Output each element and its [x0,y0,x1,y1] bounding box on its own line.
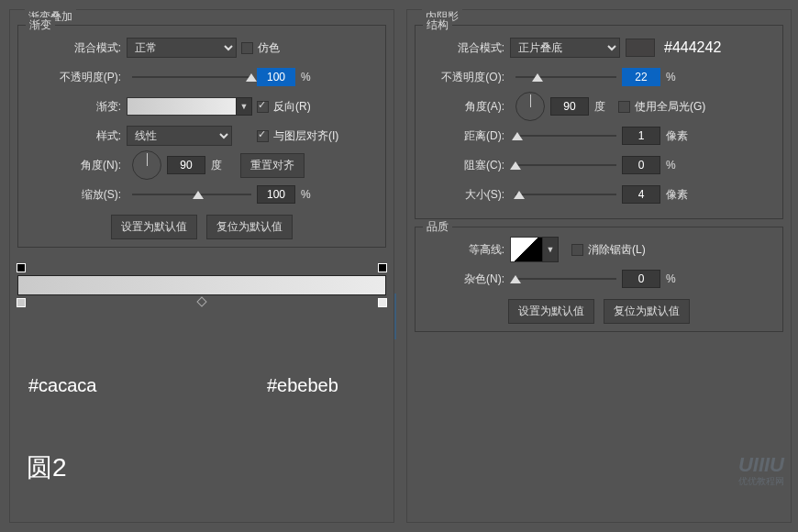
gradient-overlay-panel: 渐变叠加 渐变 混合模式: 正常 仿色 不透明度(P): % 渐变: ▼ 反向(… [9,9,394,523]
reset-align-button[interactable]: 重置对齐 [240,153,305,178]
blend-mode-label: 混合模式: [423,40,510,56]
pct-unit: % [301,188,311,201]
watermark-sub: 优优教程网 [738,475,784,488]
global-light-checkbox[interactable] [618,101,630,113]
divider [394,294,396,339]
angle-input[interactable] [167,156,205,174]
blend-mode-select[interactable]: 正片叠底 [510,38,620,58]
align-checkbox[interactable] [257,130,269,142]
dither-label: 仿色 [258,40,280,56]
opacity-slider[interactable] [132,68,251,86]
scale-label: 缩放(S): [26,187,127,203]
quality-group: 品质 等高线: ▼ 消除锯齿(L) 杂色(N): % 设置为默认值 复位为默认值 [415,227,783,332]
chevron-down-icon[interactable]: ▼ [542,237,559,262]
group-label: 结构 [423,17,452,33]
noise-label: 杂色(N): [423,272,510,287]
color1-text: #cacaca [28,375,97,396]
gradient-preview [17,257,386,295]
noise-row: 杂色(N): % [423,266,775,292]
size-row: 大小(S): 像素 [423,182,775,207]
scale-input[interactable] [257,185,295,204]
scale-slider[interactable] [132,185,251,204]
distance-label: 距离(D): [423,128,510,144]
stop-top-left[interactable] [17,263,26,272]
button-row: 设置为默认值 复位为默认值 [26,215,378,239]
group-label: 品质 [423,219,452,235]
choke-row: 阻塞(C): % [423,152,775,178]
angle-input[interactable] [550,97,589,116]
blend-mode-row: 混合模式: 正片叠底 #444242 [423,35,775,61]
global-light-label: 使用全局光(G) [635,99,705,115]
angle-dial[interactable] [132,150,161,180]
distance-row: 距离(D): 像素 [423,123,775,149]
blend-mode-select[interactable]: 正常 [127,38,237,58]
reverse-checkbox[interactable] [257,101,269,113]
contour-swatch[interactable] [510,237,543,262]
pct-unit: % [666,71,676,83]
gradient-label: 渐变: [26,99,127,115]
px-unit: 像素 [666,187,688,203]
contour-row: 等高线: ▼ 消除锯齿(L) [423,237,775,262]
blend-mode-row: 混合模式: 正常 仿色 [26,35,378,61]
contour-label: 等高线: [423,242,510,258]
size-input[interactable] [622,185,660,204]
distance-slider[interactable] [515,127,616,145]
noise-slider[interactable] [515,270,616,288]
px-unit: 像素 [666,128,688,144]
opacity-row: 不透明度(P): % [26,64,378,90]
antialias-checkbox[interactable] [571,244,583,256]
button-row: 设置为默认值 复位为默认值 [423,299,775,324]
chevron-down-icon[interactable]: ▼ [236,97,252,116]
choke-input[interactable] [622,156,660,174]
gradient-group: 渐变 混合模式: 正常 仿色 不透明度(P): % 渐变: ▼ 反向(R) 样式… [17,25,386,248]
opacity-label: 不透明度(O): [423,70,510,85]
reset-default-button[interactable]: 复位为默认值 [604,299,690,324]
color2-text: #ebebeb [267,375,338,396]
gradient-swatch[interactable] [127,97,237,116]
color-hex: #444242 [664,39,721,56]
inner-shadow-panel: 内阴影 结构 混合模式: 正片叠底 #444242 不透明度(O): % 角度(… [406,9,792,523]
size-slider[interactable] [515,185,616,204]
stop-bottom-right[interactable] [378,298,387,307]
angle-label: 角度(N): [26,158,127,173]
dither-checkbox[interactable] [241,42,253,54]
angle-row: 角度(N): 度 重置对齐 [26,152,378,178]
scale-row: 缩放(S): % [26,182,378,207]
choke-label: 阻塞(C): [423,158,510,173]
midpoint-icon[interactable] [196,296,206,306]
gradient-row: 渐变: ▼ 反向(R) [26,94,378,119]
blend-mode-label: 混合模式: [26,40,127,56]
pct-unit: % [666,272,676,285]
distance-input[interactable] [622,127,660,145]
antialias-label: 消除锯齿(L) [588,242,646,258]
watermark: UIIIU [738,453,784,477]
reverse-label: 反向(R) [273,99,311,115]
group-label: 渐变 [26,17,55,33]
pct-unit: % [666,159,676,172]
gradient-bar[interactable] [17,275,386,295]
choke-slider[interactable] [515,156,616,174]
deg-unit: 度 [211,158,222,173]
set-default-button[interactable]: 设置为默认值 [508,299,594,324]
style-select[interactable]: 线性 [127,126,232,146]
angle-label: 角度(A): [423,99,510,115]
structure-group: 结构 混合模式: 正片叠底 #444242 不透明度(O): % 角度(A): … [415,25,783,219]
angle-dial[interactable] [515,92,545,121]
stop-bottom-left[interactable] [17,298,26,307]
style-label: 样式: [26,128,127,144]
opacity-input[interactable] [622,68,660,86]
style-row: 样式: 线性 与图层对齐(I) [26,123,378,149]
noise-input[interactable] [622,270,660,288]
reset-default-button[interactable]: 复位为默认值 [206,215,293,239]
set-default-button[interactable]: 设置为默认值 [111,215,197,239]
size-label: 大小(S): [423,187,510,203]
color-swatch[interactable] [626,39,655,57]
angle-row: 角度(A): 度 使用全局光(G) [423,94,775,119]
shape-name: 圆2 [27,450,67,485]
opacity-slider[interactable] [515,68,616,86]
stop-top-right[interactable] [378,263,387,272]
opacity-input[interactable] [257,68,295,86]
pct-unit: % [301,71,311,83]
opacity-row: 不透明度(O): % [423,64,775,90]
align-label: 与图层对齐(I) [273,128,338,144]
